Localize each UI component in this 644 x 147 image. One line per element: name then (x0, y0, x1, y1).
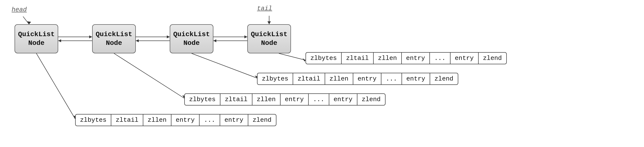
ziplist-row-1: zlbytes zltail zllen entry ... entry zle… (75, 114, 276, 126)
zl2-zlend: zlend (357, 94, 386, 106)
zl3-entry2: entry (402, 73, 430, 85)
svg-line-18 (192, 53, 257, 78)
svg-marker-1 (27, 21, 31, 24)
zl1-zlend: zlend (248, 114, 276, 126)
zl3-zlbytes: zlbytes (257, 73, 293, 85)
tail-label: tail (257, 5, 272, 12)
zl2-dots: ... (308, 94, 329, 106)
svg-line-22 (36, 53, 75, 119)
zl4-entry2: entry (450, 52, 478, 64)
zl4-zlbytes: zlbytes (306, 52, 341, 64)
zl1-zllen: zllen (143, 114, 171, 126)
zl3-zllen: zllen (325, 73, 353, 85)
head-label: head (12, 6, 27, 13)
quicklist-node-1: QuickListNode (14, 24, 58, 53)
zl2-zltail: zltail (220, 94, 252, 106)
zl1-entry1: entry (171, 114, 199, 126)
zl1-entry2: entry (220, 114, 248, 126)
svg-marker-3 (268, 21, 271, 24)
diagram: head tail QuickListNode QuickListNode Qu… (0, 0, 644, 147)
zl3-entry1: entry (353, 73, 381, 85)
svg-line-0 (23, 16, 29, 24)
zl2-zlbytes: zlbytes (184, 94, 220, 106)
zl3-dots: ... (381, 73, 402, 85)
ziplist-row-3: zlbytes zltail zllen entry ... entry zle… (257, 73, 458, 85)
zl3-zlend: zlend (430, 73, 458, 85)
svg-marker-5 (89, 36, 92, 38)
svg-line-20 (114, 53, 184, 98)
quicklist-node-4: QuickListNode (247, 24, 291, 53)
svg-line-16 (279, 53, 306, 60)
zl1-zltail: zltail (111, 114, 143, 126)
zl4-dots: ... (430, 52, 450, 64)
zl4-entry1: entry (401, 52, 430, 64)
svg-marker-15 (213, 39, 216, 42)
zl3-zltail: zltail (293, 73, 325, 85)
svg-marker-11 (136, 39, 139, 42)
zl2-entry1: entry (280, 94, 308, 106)
zl2-zllen: zllen (252, 94, 280, 106)
ziplist-row-4: zlbytes zltail zllen entry ... entry zle… (306, 52, 507, 64)
zl4-zlend: zlend (478, 52, 507, 64)
zl1-zlbytes: zlbytes (75, 114, 111, 126)
zl2-entry2: entry (329, 94, 357, 106)
svg-marker-7 (58, 39, 61, 42)
zl1-dots: ... (199, 114, 220, 126)
svg-marker-13 (244, 36, 247, 38)
svg-marker-9 (167, 36, 170, 38)
ziplist-row-2: zlbytes zltail zllen entry ... entry zle… (184, 94, 386, 106)
svg-marker-17 (302, 58, 306, 62)
quicklist-node-2: QuickListNode (92, 24, 136, 53)
zl4-zllen: zllen (373, 52, 401, 64)
zl4-zltail: zltail (341, 52, 373, 64)
quicklist-node-3: QuickListNode (170, 24, 213, 53)
